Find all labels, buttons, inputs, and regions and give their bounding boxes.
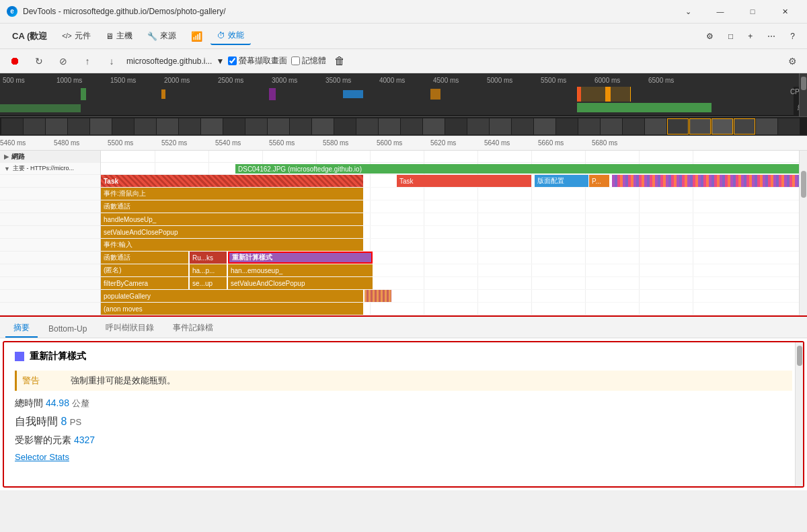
devtools-tab-ca[interactable]: CA (歡迎 — [5, 28, 54, 45]
func-call-2-block[interactable]: 函數通話 — [101, 252, 188, 264]
thumbnail-35[interactable] — [778, 118, 800, 135]
layout-block[interactable]: 版面配置 — [535, 175, 588, 187]
memory-checkbox[interactable]: 記憶體 — [291, 55, 326, 67]
tab-bottom-up[interactable]: Bottom-Up — [40, 321, 95, 338]
thumbnail-29[interactable] — [645, 118, 666, 135]
thumbnail-17[interactable] — [379, 118, 400, 135]
func-call-block[interactable]: 函數通話 — [101, 200, 363, 213]
detail-tick-1: 5480 ms — [54, 139, 79, 147]
thumbnail-33[interactable] — [734, 118, 755, 135]
thumbnail-19[interactable] — [423, 118, 445, 135]
thumbnail-8[interactable] — [179, 118, 200, 135]
summary-scrollbar-thumb[interactable] — [797, 346, 802, 366]
ruler-tick-5000: 5000 ms — [487, 77, 512, 84]
thumbnail-25[interactable] — [556, 118, 578, 135]
thumbnail-6[interactable] — [134, 118, 156, 135]
summary-scrollbar[interactable] — [795, 342, 803, 486]
input-event-block[interactable]: 事件:輸入 — [101, 239, 363, 251]
anon-block[interactable]: (匿名) — [101, 264, 188, 276]
mouse-label — [0, 188, 100, 200]
setvalue-block[interactable]: setValueAndClosePopup — [101, 226, 363, 238]
setup-block[interactable]: se...up — [190, 277, 227, 289]
task-label — [0, 175, 100, 188]
thumbnail-10[interactable] — [223, 118, 245, 135]
chart-scrollbar[interactable] — [799, 151, 807, 315]
setvalue-2-block[interactable]: setValueAndClosePopup — [228, 277, 373, 289]
thumbnail-13[interactable] — [290, 118, 311, 135]
rux-block[interactable]: Ru...ks — [190, 252, 227, 264]
func-label — [0, 200, 100, 213]
thumbnail-14[interactable] — [312, 118, 334, 135]
thumbnail-5[interactable] — [112, 118, 134, 135]
thumbnail-12[interactable] — [268, 118, 289, 135]
devtools-help-btn[interactable]: ? — [783, 29, 802, 44]
close-btn[interactable]: ✕ — [769, 0, 800, 24]
bottom-tabs: 摘要 Bottom-Up 呼叫樹狀目錄 事件記錄檔 — [0, 317, 807, 338]
thumbnail-34[interactable] — [756, 118, 777, 135]
collapse-btn[interactable]: ⌄ — [672, 0, 703, 24]
stop-btn[interactable]: ⊘ — [54, 52, 73, 71]
thumbnail-9[interactable] — [201, 118, 223, 135]
populate-gallery-block[interactable]: populateGallery — [101, 290, 363, 302]
devtools-tab-wifi[interactable]: 📶 — [184, 28, 209, 44]
tab-event-log[interactable]: 事件記錄檔 — [165, 319, 221, 338]
func2-label — [0, 252, 100, 264]
devtools-tab-host[interactable]: 🖥 主機 — [99, 28, 139, 44]
left-labels: ▶ 網路 ▼ 主要 - HTTPs://micro... — [0, 151, 101, 315]
thumbnail-32[interactable] — [712, 118, 733, 135]
task-block-right[interactable]: Task — [397, 175, 531, 187]
task-block-left[interactable]: Task — [101, 175, 363, 187]
thumbnail-0[interactable] — [1, 118, 23, 135]
thumbnail-3[interactable] — [68, 118, 89, 135]
thumbnail-30[interactable] — [667, 118, 689, 135]
thumbnail-23[interactable] — [512, 118, 533, 135]
screenshot-checkbox[interactable]: 螢幕擷取畫面 — [228, 55, 287, 67]
thumbnail-16[interactable] — [356, 118, 378, 135]
devtools-tab-source[interactable]: 🔧 來源 — [141, 28, 183, 44]
maximize-btn[interactable]: □ — [737, 0, 768, 24]
thumbnail-18[interactable] — [401, 118, 422, 135]
thumbnail-27[interactable] — [601, 118, 622, 135]
devtools-tab-performance[interactable]: ⏱ 效能 — [210, 27, 251, 45]
devtools-more-btn[interactable]: ⋯ — [761, 29, 782, 44]
thumbnail-24[interactable] — [534, 118, 555, 135]
mouse-event-block[interactable]: 事件:滑鼠向上 — [101, 188, 363, 200]
refresh-btn[interactable]: ↻ — [30, 52, 48, 71]
devtools-window-btn[interactable]: □ — [722, 29, 740, 44]
minimize-btn[interactable]: — — [705, 0, 736, 24]
thumbnail-4[interactable] — [90, 118, 112, 135]
network-label-row: ▶ 網路 — [0, 151, 100, 163]
thumbnail-28[interactable] — [623, 118, 644, 135]
anon-moves-block[interactable]: (anon moves — [101, 303, 363, 315]
thumbnail-31[interactable] — [689, 118, 711, 135]
thumbnail-15[interactable] — [334, 118, 356, 135]
thumbnail-26[interactable] — [578, 118, 600, 135]
thumbnail-7[interactable] — [157, 118, 178, 135]
handle-cont-block[interactable]: han...emouseup_ — [228, 264, 373, 276]
thumbnail-22[interactable] — [490, 118, 511, 135]
thumbnail-11[interactable] — [245, 118, 267, 135]
hap-block[interactable]: ha...p... — [190, 264, 227, 276]
handle-mouseup-block[interactable]: handleMouseUp_ — [101, 213, 363, 225]
perf-gear-btn[interactable]: ⚙ — [783, 52, 802, 71]
tab-summary[interactable]: 摘要 — [5, 319, 38, 338]
selector-stats-link[interactable]: Selector Stats — [15, 452, 792, 462]
tab-call-tree[interactable]: 呼叫樹狀目錄 — [98, 319, 162, 338]
devtools-tab-elements[interactable]: </> 元件 — [55, 28, 97, 44]
filter-camera-block[interactable]: filterByCamera — [101, 277, 188, 289]
devtools-add-btn[interactable]: + — [741, 29, 759, 44]
p-block[interactable]: P... — [589, 175, 609, 187]
chart-scrollbar-thumb[interactable] — [801, 171, 806, 198]
thumbnail-2[interactable] — [46, 118, 67, 135]
thumbnail-21[interactable] — [467, 118, 489, 135]
devtools-settings-btn[interactable]: ⚙ — [699, 29, 720, 44]
chart-area[interactable]: DSC04162.JPG (microsoftedge.github.io) T… — [101, 151, 807, 315]
upload-btn[interactable]: ↑ — [78, 52, 97, 71]
ruler-tick-1000: 1000 ms — [56, 77, 82, 84]
thumbnail-20[interactable] — [445, 118, 467, 135]
trash-icon[interactable]: 🗑 — [334, 55, 345, 67]
thumbnail-1[interactable] — [24, 118, 45, 135]
record-btn[interactable]: ⏺ — [5, 52, 24, 71]
recalc-style-block[interactable]: 重新計算樣式 — [228, 252, 373, 264]
download-btn[interactable]: ↓ — [102, 52, 121, 71]
